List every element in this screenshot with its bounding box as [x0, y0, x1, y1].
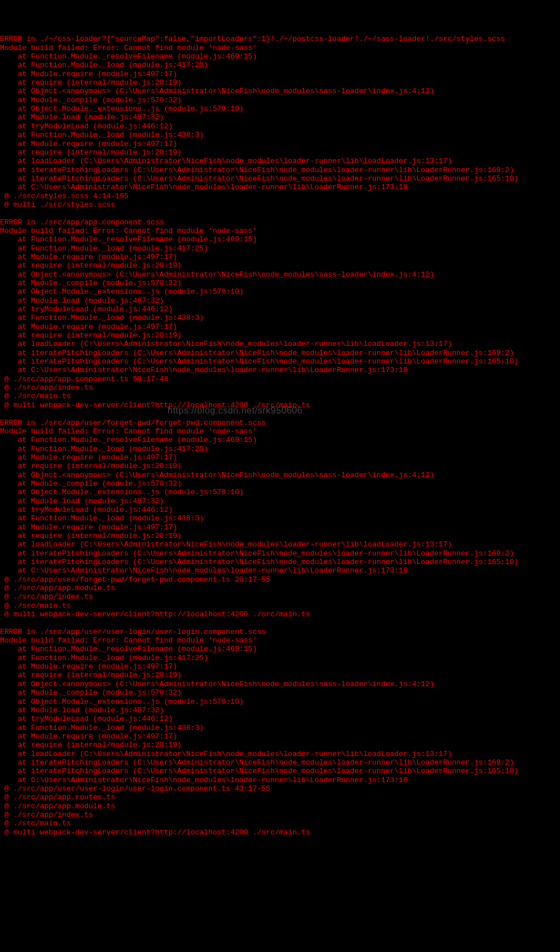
- terminal-output: ERROR in ./~/css-loader?{"sourceMap":fal…: [0, 35, 560, 837]
